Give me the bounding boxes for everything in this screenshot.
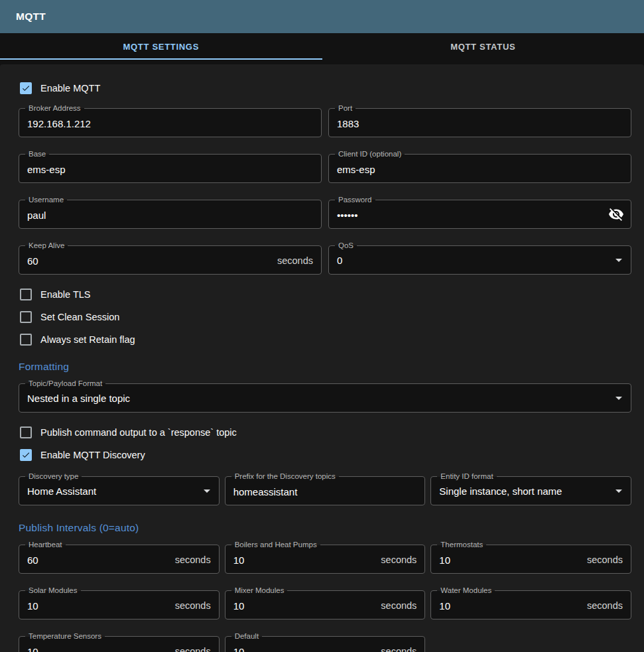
heartbeat-interval-field: Heartbeat seconds	[19, 545, 220, 574]
checkbox-label: Enable MQTT	[40, 83, 100, 94]
mixer-interval-field: Mixer Modules seconds	[225, 590, 426, 619]
broker-address-input[interactable]	[27, 118, 313, 129]
checkbox-icon	[20, 311, 32, 323]
seconds-suffix: seconds	[175, 646, 211, 652]
visibility-off-icon	[608, 206, 624, 222]
checkbox-icon	[20, 334, 32, 346]
checkbox-label: Always set Retain flag	[40, 334, 135, 345]
boilers-interval-input[interactable]	[233, 554, 376, 566]
field-label: QoS	[335, 241, 357, 250]
checkbox-label: Publish command output to a `response` t…	[40, 427, 237, 438]
discovery-prefix-field: Prefix for the Discovery topics	[225, 476, 426, 505]
checkbox-icon	[20, 426, 32, 438]
default-interval-input[interactable]	[233, 646, 376, 652]
field-label: Thermostats	[437, 541, 486, 549]
field-label: Prefix for the Discovery topics	[231, 472, 339, 481]
base-clientid-row: Base Client ID (optional)	[19, 154, 631, 183]
discovery-type-value: Home Assistant	[27, 485, 199, 498]
base-field: Base	[19, 154, 322, 183]
solar-interval-input[interactable]	[27, 600, 170, 612]
toggle-password-visibility-button[interactable]	[608, 206, 624, 222]
checkbox-label: Enable TLS	[40, 289, 91, 300]
default-interval-field: Default seconds	[225, 636, 426, 652]
enable-tls-checkbox[interactable]: Enable TLS	[20, 287, 631, 302]
keep-alive-field: Keep Alive seconds	[19, 245, 322, 275]
checkbox-label: Set Clean Session	[40, 312, 119, 322]
password-input[interactable]	[337, 210, 608, 221]
port-input[interactable]	[337, 118, 623, 129]
checkbox-icon	[20, 449, 32, 461]
seconds-suffix: seconds	[381, 554, 417, 565]
publish-response-checkbox[interactable]: Publish command output to a `response` t…	[20, 424, 631, 440]
thermostats-interval-input[interactable]	[439, 554, 582, 566]
entity-id-format-select[interactable]: Entity ID format Single instance, short …	[430, 476, 631, 505]
enable-mqtt-checkbox[interactable]: Enable MQTT	[20, 80, 631, 96]
mixer-interval-input[interactable]	[233, 600, 376, 612]
field-label: Broker Address	[25, 104, 84, 113]
password-field: Password	[328, 200, 631, 229]
page-title: MQTT	[16, 11, 46, 23]
retain-flag-checkbox[interactable]: Always set Retain flag	[20, 332, 631, 348]
app-header: MQTT	[0, 0, 644, 33]
qos-select[interactable]: QoS 0	[328, 245, 631, 275]
field-label: Topic/Payload Format	[25, 379, 105, 388]
temperature-sensors-interval-input[interactable]	[27, 646, 170, 652]
chevron-down-icon	[199, 483, 215, 499]
seconds-suffix: seconds	[587, 600, 623, 611]
clean-session-checkbox[interactable]: Set Clean Session	[20, 309, 631, 325]
keepalive-qos-row: Keep Alive seconds QoS 0	[19, 245, 631, 275]
seconds-suffix: seconds	[175, 600, 211, 611]
broker-port-row: Broker Address Port	[19, 108, 631, 137]
publish-intervals-section-heading: Publish Intervals (0=auto)	[19, 522, 631, 534]
field-label: Temperature Sensors	[25, 632, 105, 641]
boilers-interval-field: Boilers and Heat Pumps seconds	[225, 545, 426, 574]
formatting-section-heading: Formatting	[19, 361, 631, 373]
topic-payload-format-value: Nested in a single topic	[27, 392, 611, 405]
field-label: Default	[231, 632, 262, 641]
checkbox-icon	[20, 289, 32, 300]
field-label: Client ID (optional)	[335, 150, 405, 159]
client-id-input[interactable]	[337, 164, 623, 175]
field-label: Solar Modules	[25, 586, 81, 595]
username-input[interactable]	[27, 210, 313, 221]
base-input[interactable]	[27, 164, 313, 175]
entity-id-format-value: Single instance, short name	[439, 485, 611, 498]
field-label: Port	[335, 104, 355, 113]
client-id-field: Client ID (optional)	[328, 154, 631, 183]
chevron-down-icon	[611, 252, 627, 268]
mqtt-settings-form: Enable MQTT Broker Address Port Base Cli…	[0, 64, 644, 652]
seconds-suffix: seconds	[277, 255, 313, 266]
discovery-type-select[interactable]: Discovery type Home Assistant	[19, 476, 220, 505]
field-label: Mixer Modules	[231, 586, 288, 595]
discovery-prefix-input[interactable]	[233, 486, 417, 497]
seconds-suffix: seconds	[587, 554, 623, 565]
check-icon	[21, 450, 31, 460]
solar-interval-field: Solar Modules seconds	[19, 590, 220, 619]
water-interval-field: Water Modules seconds	[430, 590, 631, 619]
seconds-suffix: seconds	[175, 554, 211, 565]
field-label: Heartbeat	[25, 541, 66, 549]
discovery-row: Discovery type Home Assistant Prefix for…	[19, 476, 631, 505]
field-label: Discovery type	[25, 472, 82, 481]
enable-mqtt-discovery-checkbox[interactable]: Enable MQTT Discovery	[20, 447, 631, 463]
temperature-sensors-interval-field: Temperature Sensors seconds	[19, 636, 220, 652]
seconds-suffix: seconds	[381, 646, 417, 652]
tab-mqtt-settings[interactable]: MQTT SETTINGS	[0, 33, 322, 60]
intervals-row-1: Heartbeat seconds Boilers and Heat Pumps…	[19, 545, 631, 574]
qos-value: 0	[337, 254, 611, 267]
active-tab-indicator	[0, 58, 322, 60]
intervals-row-2: Solar Modules seconds Mixer Modules seco…	[19, 590, 631, 619]
field-label: Entity ID format	[437, 472, 496, 481]
field-label: Keep Alive	[25, 241, 68, 250]
chevron-down-icon	[611, 390, 627, 406]
thermostats-interval-field: Thermostats seconds	[430, 545, 631, 574]
chevron-down-icon	[611, 483, 627, 499]
water-interval-input[interactable]	[439, 600, 582, 612]
tab-mqtt-status[interactable]: MQTT STATUS	[322, 33, 644, 60]
topic-payload-format-select[interactable]: Topic/Payload Format Nested in a single …	[19, 383, 631, 413]
field-label: Password	[335, 196, 375, 204]
topic-format-row: Topic/Payload Format Nested in a single …	[19, 383, 631, 413]
keep-alive-input[interactable]	[27, 255, 272, 267]
heartbeat-interval-input[interactable]	[27, 554, 170, 566]
field-label: Base	[25, 150, 49, 159]
